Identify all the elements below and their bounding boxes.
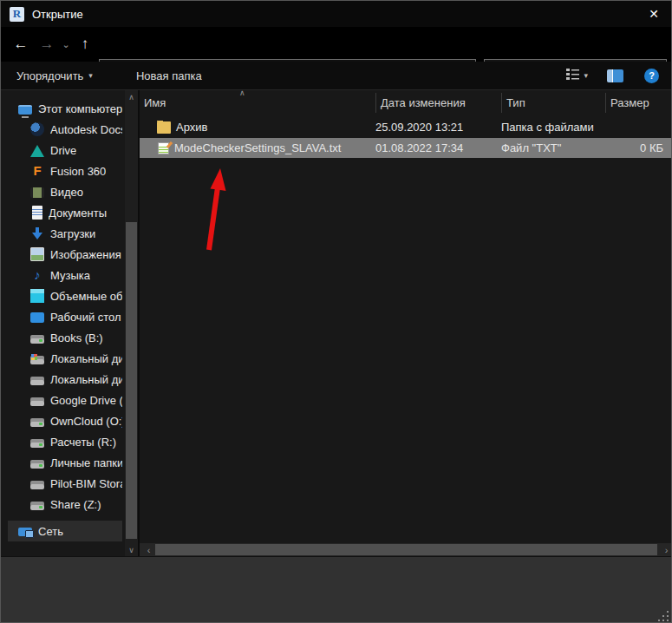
sidebar-item-local-disk-d[interactable]: Локальный дис bbox=[8, 369, 122, 390]
local-drive-windows-icon bbox=[30, 359, 44, 364]
file-row-modecheckersettings[interactable]: ModeCheckerSettings_SLAVA.txt 01.08.2022… bbox=[140, 138, 672, 158]
forward-icon: → bbox=[40, 36, 55, 53]
desktop-icon bbox=[30, 312, 44, 323]
dialog-footer: Имя файла: ⌄ txt files (*.txt) ⌄ Открыть… bbox=[1, 556, 671, 623]
column-header-name[interactable]: Имя ∧ bbox=[140, 90, 375, 115]
new-folder-label: Новая папка bbox=[136, 69, 202, 82]
file-list-horizontal-scrollbar[interactable]: ‹ › bbox=[140, 543, 672, 556]
sort-ascending-icon: ∧ bbox=[239, 89, 245, 97]
network-drive-icon bbox=[30, 338, 44, 344]
file-list: Имя ∧ Дата изменения Тип Размер Архив 25… bbox=[140, 90, 672, 556]
organize-button[interactable]: Упорядочить ▾ bbox=[8, 62, 101, 89]
sidebar-scrollbar-thumb[interactable] bbox=[126, 222, 137, 539]
navigation-bar: ← → ⌄ ↑ « 15. BIM (Стадия Р) › 06. Ресур… bbox=[1, 27, 671, 62]
autodesk-drive-icon bbox=[30, 145, 44, 157]
sidebar-item-books-drive[interactable]: Books (B:) bbox=[8, 327, 122, 348]
sidebar-item-raschety[interactable]: Расчеты (R:) bbox=[8, 431, 122, 452]
recent-locations-button[interactable]: ⌄ bbox=[58, 32, 74, 56]
sidebar-item-desktop[interactable]: Рабочий стол bbox=[8, 306, 122, 327]
command-toolbar: Упорядочить ▾ Новая папка ▾ ? bbox=[1, 62, 671, 90]
help-icon[interactable]: ? bbox=[644, 69, 659, 83]
local-drive-icon bbox=[30, 401, 44, 406]
network-drive-icon bbox=[30, 463, 44, 469]
text-file-icon bbox=[158, 142, 169, 154]
organize-label: Упорядочить bbox=[16, 69, 83, 82]
network-drive-icon bbox=[30, 505, 44, 510]
horizontal-scrollbar-thumb[interactable] bbox=[155, 544, 657, 555]
network-drive-icon bbox=[30, 443, 44, 448]
autodesk-docs-icon bbox=[30, 122, 44, 136]
sidebar-item-personal-folders[interactable]: Личные папки ( bbox=[8, 452, 122, 473]
network-drive-icon bbox=[30, 422, 44, 427]
scroll-up-icon[interactable]: ∧ bbox=[125, 90, 138, 103]
navigation-pane: Этот компьютер Autodesk Docs Drive FFusi… bbox=[1, 90, 125, 556]
sidebar-item-pictures[interactable]: Изображения bbox=[8, 244, 122, 265]
close-button[interactable]: ✕ bbox=[636, 1, 671, 27]
back-icon: ← bbox=[14, 36, 29, 53]
pictures-icon bbox=[30, 247, 44, 261]
chevron-down-icon: ⌄ bbox=[62, 39, 69, 50]
back-button[interactable]: ← bbox=[10, 32, 32, 56]
up-button[interactable]: ↑ bbox=[74, 32, 96, 56]
scroll-left-icon[interactable]: ‹ bbox=[142, 543, 155, 556]
caret-down-icon: ▾ bbox=[88, 71, 93, 80]
folder-icon bbox=[157, 121, 171, 134]
scroll-down-icon[interactable]: ∨ bbox=[125, 543, 138, 556]
sidebar-item-pilot-bim-storage[interactable]: Pilot-BIM Storag bbox=[8, 473, 122, 494]
column-header-size[interactable]: Размер bbox=[606, 90, 672, 115]
sidebar-item-this-pc[interactable]: Этот компьютер bbox=[8, 98, 122, 119]
sidebar-item-local-disk-c[interactable]: Локальный дис bbox=[8, 348, 122, 369]
sidebar-item-google-drive[interactable]: Google Drive (G: bbox=[8, 390, 122, 410]
music-icon: ♪ bbox=[30, 268, 44, 282]
sidebar-scrollbar[interactable]: ∧ ∨ bbox=[125, 90, 138, 556]
computer-icon bbox=[18, 105, 32, 115]
sidebar-item-share[interactable]: Share (Z:) bbox=[8, 494, 122, 515]
sidebar-item-downloads[interactable]: Загрузки bbox=[8, 223, 122, 244]
local-drive-icon bbox=[30, 380, 44, 385]
title-bar: R Открытие ✕ bbox=[1, 1, 671, 27]
open-file-dialog: R Открытие ✕ ← → ⌄ ↑ « 15. BIM (Стадия Р… bbox=[0, 0, 672, 623]
sidebar-item-drive[interactable]: Drive bbox=[8, 140, 122, 161]
sidebar-item-autodesk-docs[interactable]: Autodesk Docs bbox=[8, 119, 122, 140]
column-header-type[interactable]: Тип bbox=[502, 90, 605, 115]
3d-objects-icon bbox=[30, 289, 44, 303]
sidebar-item-documents[interactable]: Документы bbox=[8, 202, 122, 223]
view-options-caret-icon[interactable]: ▾ bbox=[584, 71, 588, 80]
network-icon bbox=[18, 528, 32, 536]
local-drive-icon bbox=[30, 484, 44, 489]
up-icon: ↑ bbox=[82, 36, 89, 53]
preview-pane-icon[interactable] bbox=[607, 69, 623, 82]
main-area: Этот компьютер Autodesk Docs Drive FFusi… bbox=[1, 90, 671, 556]
sidebar-item-network[interactable]: Сеть bbox=[8, 521, 122, 541]
downloads-icon bbox=[30, 226, 44, 240]
documents-icon bbox=[32, 206, 42, 220]
sidebar-item-music[interactable]: ♪Музыка bbox=[8, 265, 122, 285]
sidebar-item-owncloud[interactable]: OwnCloud (O:) bbox=[8, 410, 122, 431]
forward-button[interactable]: → bbox=[36, 32, 58, 56]
new-folder-button[interactable]: Новая папка bbox=[127, 62, 211, 89]
details-view-icon[interactable] bbox=[566, 69, 580, 82]
revit-app-icon: R bbox=[10, 7, 24, 22]
file-row-arhiv[interactable]: Архив 25.09.2020 13:21 Папка с файлами bbox=[140, 117, 672, 137]
column-header-date[interactable]: Дата изменения bbox=[376, 90, 501, 115]
fusion-360-icon: F bbox=[30, 164, 44, 178]
videos-icon bbox=[30, 187, 44, 198]
sidebar-item-videos[interactable]: Видео bbox=[8, 181, 122, 202]
close-icon: ✕ bbox=[649, 7, 659, 21]
sidebar-item-fusion-360[interactable]: FFusion 360 bbox=[8, 161, 122, 181]
sidebar-item-3d-objects[interactable]: Объемные объ bbox=[8, 285, 122, 306]
scroll-right-icon[interactable]: › bbox=[660, 543, 672, 556]
window-title: Открытие bbox=[32, 8, 83, 21]
resize-grip[interactable] bbox=[658, 611, 669, 621]
